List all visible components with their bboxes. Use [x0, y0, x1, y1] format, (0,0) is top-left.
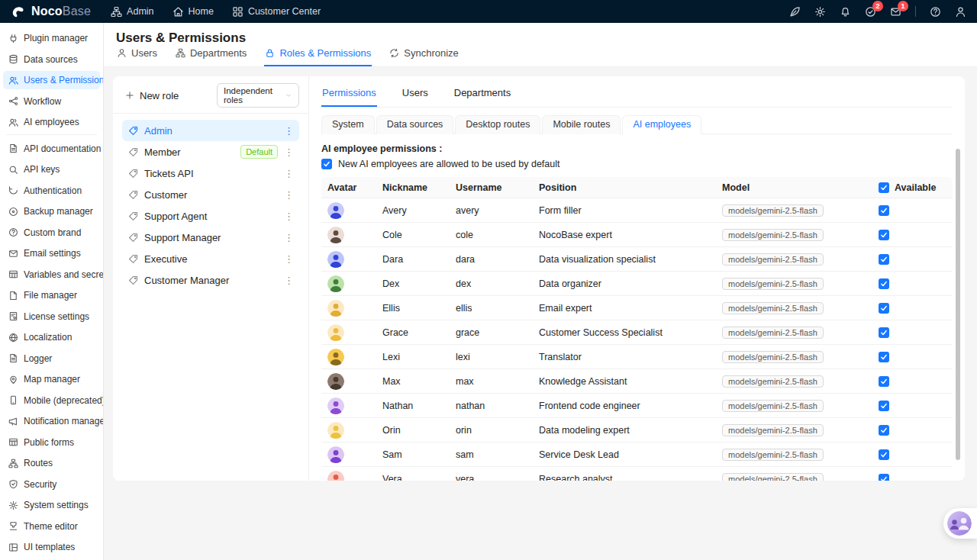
available-checkbox[interactable] [879, 278, 889, 289]
table-row-dex: DexdexData organizermodels/gemini-2.5-fl… [321, 272, 953, 296]
notifications-button[interactable] [840, 6, 851, 18]
role-item-executive[interactable]: Executive⋮ [122, 248, 299, 269]
available-checkbox[interactable] [879, 327, 889, 338]
sidebar-item-api-keys[interactable]: API keys [3, 160, 100, 179]
role-more-button[interactable]: ⋮ [284, 232, 293, 243]
nocobase-logo[interactable]: NocoBase [11, 4, 91, 19]
topbar-nav-home[interactable]: Home [173, 6, 214, 18]
permissions-tab-users[interactable]: Users [401, 82, 429, 107]
topbar-nav-customer-center[interactable]: Customer Center [232, 6, 321, 18]
new-role-button[interactable]: New role [122, 90, 179, 101]
default-ai-permission-checkbox[interactable] [321, 159, 332, 169]
permissions-tab-departments[interactable]: Departments [453, 82, 511, 107]
sidebar-item-system-settings[interactable]: System settings [3, 496, 100, 514]
permission-subtab-desktop-routes[interactable]: Desktop routes [455, 115, 540, 134]
sidebar-item-backup-manager[interactable]: Backup manager [3, 202, 100, 220]
available-checkbox[interactable] [879, 205, 889, 216]
tab-departments[interactable]: Departments [175, 43, 247, 66]
ai-employees-fab-button[interactable] [943, 508, 977, 539]
pin-icon [8, 375, 18, 385]
messages-button[interactable]: 1 [890, 6, 901, 18]
model-tag: models/gemini-2.5-flash [722, 278, 824, 290]
username-cell: grace [450, 327, 533, 338]
sidebar-item-localization[interactable]: Localization [3, 328, 100, 346]
sidebar-item-email-settings[interactable]: Email settings [3, 244, 100, 262]
sidebar-item-users-permissions[interactable]: Users & Permissions [3, 71, 100, 89]
role-type-select[interactable]: Independent roles [217, 83, 299, 108]
sidebar-item-custom-brand[interactable]: Custom brand [3, 224, 100, 242]
available-checkbox[interactable] [879, 254, 889, 265]
tab-synchronize[interactable]: Synchronize [389, 43, 459, 66]
sidebar-item-workflow[interactable]: Workflow [3, 92, 100, 111]
role-item-support-manager[interactable]: Support Manager⋮ [122, 227, 299, 248]
sidebar-item-logger[interactable]: Logger [3, 349, 100, 368]
sidebar-item-api-documentation[interactable]: API documentation [3, 140, 100, 158]
help-button[interactable] [930, 6, 941, 18]
role-item-support-agent[interactable]: Support Agent⋮ [122, 205, 299, 227]
roles-list: Admin⋮MemberDefault⋮Tickets API⋮Customer… [122, 120, 299, 291]
sidebar-item-theme-editor[interactable]: Theme editor [3, 517, 100, 536]
table-icon [8, 437, 18, 447]
sidebar-item-plugin-manager[interactable]: Plugin manager [3, 29, 100, 47]
page-header: Users & Permissions UsersDepartmentsRole… [104, 23, 977, 67]
file-text-icon [8, 353, 18, 363]
tag-icon [128, 275, 138, 285]
sidebar-item-notification-manager[interactable]: Notification manager [3, 412, 100, 430]
role-item-admin[interactable]: Admin⋮ [122, 120, 299, 141]
permission-subtab-system[interactable]: System [321, 115, 375, 134]
tab-users[interactable]: Users [116, 43, 158, 66]
topbar-nav-admin[interactable]: Admin [111, 6, 153, 18]
sidebar-item-public-forms[interactable]: Public forms [3, 433, 100, 452]
role-more-button[interactable]: ⋮ [284, 253, 293, 265]
model-tag: models/gemini-2.5-flash [722, 375, 824, 388]
permission-subtab-ai-employees[interactable]: AI employees [622, 115, 701, 134]
permission-subtab-mobile-routes[interactable]: Mobile routes [542, 115, 621, 134]
tab-roles-permissions[interactable]: Roles & Permissions [264, 43, 372, 66]
available-checkbox[interactable] [879, 474, 889, 481]
role-item-member[interactable]: MemberDefault⋮ [122, 141, 299, 163]
sidebar-item-data-sources[interactable]: Data sources [3, 50, 100, 69]
default-ai-permission-row[interactable]: New AI employees are allowed to be used … [321, 159, 953, 169]
available-checkbox[interactable] [879, 303, 889, 314]
sidebar-item-license-settings[interactable]: License settings [3, 307, 100, 326]
sidebar-item-variables-and-secrets[interactable]: Variables and secrets [3, 266, 100, 284]
sidebar-item-routes[interactable]: Routes [3, 454, 100, 472]
sidebar-item-map-manager[interactable]: Map manager [3, 370, 100, 388]
role-more-button[interactable]: ⋮ [284, 146, 293, 158]
available-checkbox[interactable] [879, 449, 889, 460]
permission-subtab-data-sources[interactable]: Data sources [376, 115, 454, 134]
avatar [327, 324, 344, 341]
available-checkbox[interactable] [879, 376, 889, 387]
role-more-button[interactable]: ⋮ [284, 125, 293, 137]
settings-button[interactable] [814, 6, 826, 18]
available-checkbox[interactable] [879, 230, 889, 240]
position-cell: Email expert [533, 303, 716, 314]
username-cell: ellis [450, 303, 533, 314]
sidebar-item-mobile-deprecated[interactable]: Mobile (deprecated) [3, 391, 100, 410]
available-checkbox[interactable] [879, 401, 889, 411]
role-more-button[interactable]: ⋮ [284, 189, 293, 201]
plus-icon [125, 91, 134, 100]
sidebar: Plugin managerData sourcesUsers & Permis… [0, 23, 104, 560]
account-button[interactable] [955, 6, 966, 18]
tasks-button[interactable]: 2 [865, 6, 876, 18]
table-scrollbar[interactable] [956, 149, 960, 460]
role-more-button[interactable]: ⋮ [284, 211, 293, 222]
sidebar-item-file-manager[interactable]: File manager [3, 286, 100, 304]
sidebar-item-ui-templates[interactable]: UI templates [3, 538, 100, 556]
username-cell: lexi [450, 352, 533, 362]
sidebar-item-ai-employees[interactable]: AI employees [3, 113, 100, 131]
model-tag: models/gemini-2.5-flash [722, 449, 824, 461]
role-item-customer-manager[interactable]: Customer Manager⋮ [122, 269, 299, 291]
sidebar-item-security[interactable]: Security [3, 475, 100, 494]
role-item-customer[interactable]: Customer⋮ [122, 184, 299, 205]
role-item-tickets-api[interactable]: Tickets API⋮ [122, 163, 299, 184]
available-checkbox[interactable] [879, 425, 889, 436]
permissions-tab-permissions[interactable]: Permissions [321, 82, 377, 107]
sidebar-item-authentication[interactable]: Authentication [3, 182, 100, 200]
role-more-button[interactable]: ⋮ [284, 168, 293, 179]
select-all-available-checkbox[interactable] [879, 182, 889, 193]
available-checkbox[interactable] [879, 352, 889, 362]
design-mode-button[interactable] [789, 6, 801, 18]
role-more-button[interactable]: ⋮ [284, 275, 293, 286]
